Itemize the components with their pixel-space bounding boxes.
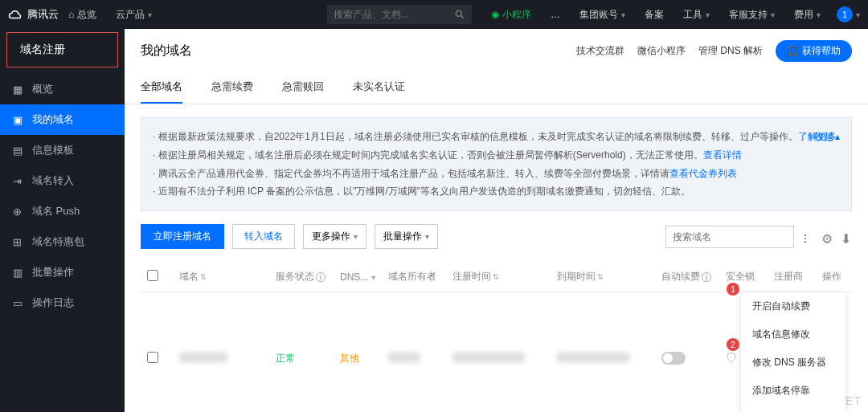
sort-icon: ⇅ (597, 273, 604, 281)
dd-add-parking[interactable]: 添加域名停靠 (741, 377, 845, 405)
th-renew: 自动续费i (655, 270, 719, 284)
batch-operations-button[interactable]: 批量操作▾ (375, 224, 438, 249)
th-dns[interactable]: DNS...▼ (334, 271, 382, 283)
toolbar: 立即注册域名 转入域名 更多操作▾ 批量操作▾ ⫶ ⚙ ⬇ (125, 211, 868, 262)
header-group-account[interactable]: 集团账号▾ (570, 0, 635, 29)
sidebar-item-push[interactable]: ⊕域名 Push (0, 196, 125, 226)
sidebar-item-logs[interactable]: ▭操作日志 (0, 288, 125, 318)
th-exptime[interactable]: 到期时间⇅ (551, 270, 655, 284)
link-tech-group[interactable]: 技术交流群 (576, 44, 624, 58)
owner-value-redacted (388, 353, 420, 362)
header-overview[interactable]: ⌂ 总览 (59, 0, 106, 29)
dd-download-cert[interactable]: 下载域名证书 (741, 405, 845, 412)
headset-icon: 🎧 (787, 46, 799, 57)
sidebar: 域名注册 ▦概览 ▣我的域名 ▤信息模板 ⇥域名转入 ⊕域名 Push ⊞域名特… (0, 29, 125, 412)
th-status: 服务状态i (269, 270, 334, 284)
header-tools[interactable]: 工具▾ (674, 0, 719, 29)
push-icon: ⊕ (13, 206, 24, 217)
header-right: ◉ 小程序 … 集团账号▾ 备案 工具▾ 客服支持▾ 费用▾ 1 ▾ (481, 0, 860, 29)
dns-value: 其他 (334, 352, 382, 365)
box-icon: ▣ (13, 114, 24, 125)
top-header: 腾讯云 ⌂ 总览 云产品 ▾ ◉ 小程序 … 集团账号▾ 备案 工具▾ 客服支持… (0, 0, 868, 29)
chevron-down-icon: ▾ (425, 232, 429, 241)
home-icon: ⌂ (68, 9, 74, 20)
auto-renew-toggle[interactable] (661, 352, 686, 365)
annotation-badge-1: 1 (727, 283, 739, 296)
dd-enable-autorenew[interactable]: 开启自动续费 (741, 292, 845, 320)
th-registrar: 注册商 (768, 270, 816, 284)
notice-box: 根据最新政策法规要求，自2022年1月1日起，域名注册必须使用已实名审核的信息模… (141, 117, 852, 211)
header-miniprogram[interactable]: ◉ 小程序 (481, 0, 541, 29)
sidebar-item-overview[interactable]: ▦概览 (0, 74, 125, 104)
status-value: 正常 (269, 352, 334, 365)
miniprogram-icon: ◉ (491, 9, 499, 20)
logo[interactable]: 腾讯云 (8, 7, 59, 22)
notice-collapse[interactable]: 收起▴ (814, 128, 840, 146)
th-domain[interactable]: 域名⇅ (173, 270, 269, 284)
tab-all[interactable]: 全部域名 (141, 71, 182, 104)
table-header: 域名⇅ 服务状态i DNS...▼ 域名所有者 注册时间⇅ 到期时间⇅ 自动续费… (141, 262, 852, 292)
domain-search[interactable] (665, 226, 794, 248)
tab-renew-urgent[interactable]: 急需续费 (211, 71, 253, 104)
notice-link-3[interactable]: 查看代金券列表 (669, 168, 737, 179)
sort-icon: ⇅ (200, 273, 207, 281)
register-domain-button[interactable]: 立即注册域名 (141, 224, 224, 249)
shield-icon (726, 352, 737, 363)
download-icon[interactable]: ⬇ (841, 231, 852, 243)
tab-unverified[interactable]: 未实名认证 (353, 71, 405, 104)
header-beian[interactable]: 备案 (635, 0, 674, 29)
header-billing[interactable]: 费用▾ (784, 0, 830, 29)
global-search-input[interactable] (334, 9, 454, 20)
th-regtime[interactable]: 注册时间⇅ (446, 270, 551, 284)
batch-icon: ▥ (13, 267, 24, 278)
exptime-value-redacted (557, 353, 629, 362)
header-support[interactable]: 客服支持▾ (719, 0, 784, 29)
dd-modify-info[interactable]: 域名信息修改 (741, 320, 845, 349)
tab-redeem-urgent[interactable]: 急需赎回 (282, 71, 324, 104)
notice-line-1: 根据最新政策法规要求，自2022年1月1日起，域名注册必须使用已实名审核的信息模… (153, 128, 840, 146)
select-all-checkbox[interactable] (147, 270, 158, 281)
settings-icon[interactable]: ⚙ (821, 231, 833, 243)
more-operations-button[interactable]: 更多操作▾ (303, 224, 366, 249)
notice-line-2: 根据注册局相关规定，域名注册后必须在规定时间内完成域名实名认证，否则会被注册局暂… (153, 146, 840, 165)
sidebar-item-transfer-in[interactable]: ⇥域名转入 (0, 165, 125, 196)
more-dropdown: 开启自动续费 域名信息修改 修改 DNS 服务器 添加域名停靠 下载域名证书 转… (741, 292, 845, 412)
chevron-down-icon: ▾ (771, 10, 775, 19)
sidebar-item-templates[interactable]: ▤信息模板 (0, 135, 125, 165)
page-links: 技术交流群 微信小程序 管理 DNS 解析 🎧 获得帮助 (576, 40, 852, 62)
info-icon[interactable]: i (702, 272, 711, 282)
grid-icon: ▦ (13, 84, 24, 95)
sidebar-item-batch[interactable]: ▥批量操作 (0, 257, 125, 288)
dd-modify-dns[interactable]: 修改 DNS 服务器 (741, 349, 845, 377)
row-checkbox[interactable] (147, 352, 158, 363)
user-avatar[interactable]: 1 (837, 6, 853, 22)
cloud-logo-icon (8, 7, 23, 22)
filter-icon[interactable]: ⫶ (802, 231, 813, 243)
global-search[interactable] (327, 5, 472, 24)
chevron-down-icon: ▾ (706, 10, 710, 19)
log-icon: ▭ (13, 297, 24, 308)
svg-line-1 (461, 16, 464, 18)
logo-text: 腾讯云 (27, 7, 59, 22)
sidebar-item-package[interactable]: ⊞域名特惠包 (0, 226, 125, 257)
chevron-down-icon: ▾ (817, 10, 821, 19)
header-cloudmarket[interactable]: … (541, 0, 570, 29)
chevron-down-icon: ▾ (856, 10, 860, 19)
th-lock: 安全锁 (719, 270, 768, 284)
svg-point-0 (456, 10, 461, 16)
package-icon: ⊞ (13, 236, 24, 247)
regtime-value-redacted (452, 353, 525, 362)
th-owner: 域名所有者 (382, 270, 446, 284)
link-dns-manage[interactable]: 管理 DNS 解析 (698, 44, 763, 58)
help-button[interactable]: 🎧 获得帮助 (776, 40, 852, 62)
transfer-domain-button[interactable]: 转入域名 (232, 224, 295, 249)
domain-search-input[interactable] (673, 231, 793, 243)
link-wechat-mini[interactable]: 微信小程序 (637, 44, 686, 58)
info-icon[interactable]: i (316, 272, 326, 282)
notice-link-2[interactable]: 查看详情 (703, 149, 742, 161)
chevron-down-icon: ▾ (354, 232, 358, 241)
sort-icon: ⇅ (493, 273, 499, 281)
sidebar-title: 域名注册 (6, 32, 118, 67)
header-products[interactable]: 云产品 ▾ (106, 0, 162, 29)
sidebar-item-mydomains[interactable]: ▣我的域名 (0, 104, 125, 135)
